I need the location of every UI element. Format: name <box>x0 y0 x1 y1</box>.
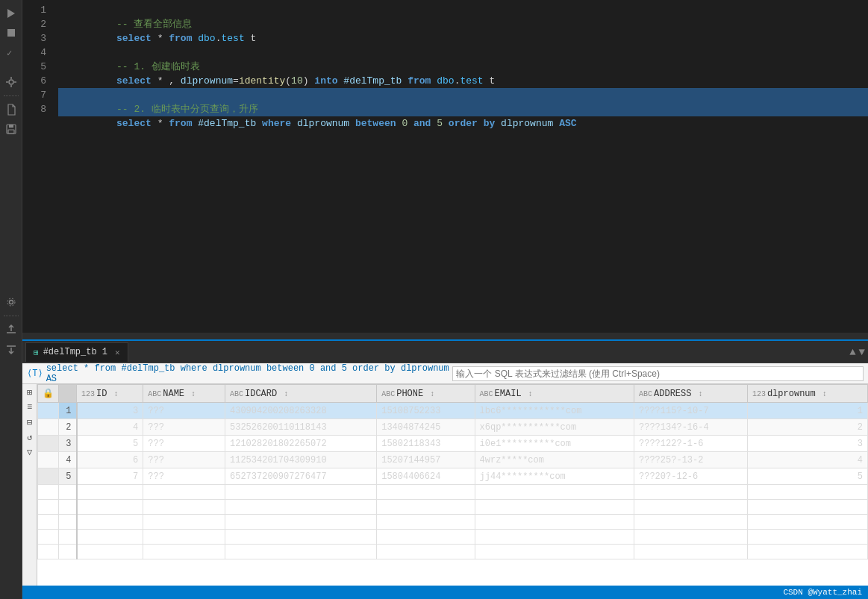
status-text: CSDN @Wyatt_zhai <box>783 588 862 597</box>
svg-point-11 <box>9 301 13 304</box>
col-header-name[interactable]: ABCNAME ↕ <box>143 385 225 403</box>
run-icon[interactable] <box>4 6 19 21</box>
tab-arrows: ▲ ▼ <box>849 346 865 358</box>
svg-rect-10 <box>8 130 14 134</box>
lock-cell <box>38 452 59 468</box>
col-header-id[interactable]: 123ID ↕ <box>77 385 143 403</box>
grid-side-icons: ⊞ ≡ ⊟ ↺ ▽ <box>22 384 37 586</box>
col-header-address[interactable]: ABCADDRESS ↕ <box>634 385 748 403</box>
table-empty-row <box>38 500 868 515</box>
settings-icon[interactable] <box>4 75 19 90</box>
cell-id: 5 <box>77 436 143 452</box>
col-header-idcard[interactable]: ABCIDCARD ↕ <box>225 385 377 403</box>
lock-cell <box>38 468 59 485</box>
col-header-rownumber <box>59 385 77 403</box>
sidebar: ✓ <box>0 0 22 599</box>
row-number: 5 <box>59 468 77 485</box>
cell-idcard: 652737200907276477 <box>225 468 377 485</box>
table-empty-row <box>38 545 868 559</box>
query-icon: ⟨T⟩ <box>27 368 43 379</box>
cell-dlprownum: 1 <box>747 403 867 419</box>
cell-id: 3 <box>77 403 143 419</box>
cell-email: x6qp***********com <box>475 419 634 436</box>
import-icon[interactable] <box>4 342 19 357</box>
svg-point-12 <box>7 298 15 306</box>
cell-idcard: 121028201802265072 <box>225 436 377 452</box>
col-header-email[interactable]: ABCEMAIL ↕ <box>475 385 634 403</box>
cell-email: 4wrz*****com <box>475 452 634 468</box>
table-container[interactable]: 🔒 123ID ↕ ABCNAME ↕ ABCIDCARD <box>37 384 868 586</box>
table-icon: ⊞ <box>34 348 39 357</box>
export-icon[interactable] <box>4 322 19 337</box>
svg-marker-0 <box>7 9 15 18</box>
col-header-dlprownum[interactable]: 123dlprownum ↕ <box>747 385 867 403</box>
main-area: 1 2 3 4 5 6 7 8 -- 查看全部信息 select * from … <box>22 0 868 599</box>
editor-area: 1 2 3 4 5 6 7 8 -- 查看全部信息 select * from … <box>22 0 868 339</box>
refresh-icon[interactable]: ↺ <box>23 430 37 444</box>
code-line-4: -- 1. 创建临时表 <box>58 46 868 60</box>
cell-id: 6 <box>77 452 143 468</box>
cell-address: ????25?-13-2 <box>634 452 748 468</box>
svg-rect-9 <box>9 125 13 128</box>
cell-name: ??? <box>143 468 225 485</box>
lock-cell <box>38 419 59 436</box>
cell-phone: 15108752233 <box>377 403 475 419</box>
cell-idcard: 430904200208263328 <box>225 403 377 419</box>
table-header-row: 🔒 123ID ↕ ABCNAME ↕ ABCIDCARD <box>38 385 868 403</box>
editor-hscrollbar[interactable] <box>22 332 868 339</box>
cell-name: ??? <box>143 436 225 452</box>
parse-icon[interactable]: ✓ <box>4 45 19 60</box>
table-row[interactable]: 2 4 ??? 532526200110118143 13404874245 x… <box>38 419 868 436</box>
results-panel: ⊞ #delTmp_tb 1 ✕ ▲ ▼ ⟨T⟩ select * from #… <box>22 339 868 586</box>
close-tab-button[interactable]: ✕ <box>115 348 120 357</box>
row-number: 4 <box>59 452 77 468</box>
filter-input[interactable] <box>452 366 864 381</box>
cell-phone: 13404874245 <box>377 419 475 436</box>
cell-email: i0e1**********com <box>475 436 634 452</box>
cell-idcard: 112534201704309910 <box>225 452 377 468</box>
row-number: 2 <box>59 419 77 436</box>
status-bar: CSDN @Wyatt_zhai <box>22 586 868 599</box>
cell-idcard: 532526200110118143 <box>225 419 377 436</box>
cell-email: lbc6************com <box>475 403 634 419</box>
gear-icon[interactable] <box>4 295 19 310</box>
cell-dlprownum: 5 <box>747 468 867 485</box>
results-tab[interactable]: ⊞ #delTmp_tb 1 ✕ <box>25 342 128 362</box>
cell-dlprownum: 4 <box>747 452 867 468</box>
table-row[interactable]: 4 6 ??? 112534201704309910 15207144957 4… <box>38 452 868 468</box>
table-row[interactable]: 5 7 ??? 652737200907276477 15804406624 j… <box>38 468 868 485</box>
cell-phone: 15804406624 <box>377 468 475 485</box>
row-number: 3 <box>59 436 77 452</box>
code-line-7: -- 2. 临时表中分页查询，升序 <box>58 88 868 102</box>
cell-address: ????134?-16-4 <box>634 419 748 436</box>
results-tabbar: ⊞ #delTmp_tb 1 ✕ ▲ ▼ <box>22 341 868 363</box>
cell-email: jj44*********com <box>475 468 634 485</box>
svg-rect-1 <box>7 29 15 37</box>
data-table: 🔒 123ID ↕ ABCNAME ↕ ABCIDCARD <box>37 384 868 559</box>
tab-label: #delTmp_tb 1 <box>43 347 107 357</box>
cell-dlprownum: 2 <box>747 419 867 436</box>
svg-point-3 <box>9 80 13 84</box>
table-row[interactable]: 3 5 ??? 121028201802265072 15802118343 i… <box>38 436 868 452</box>
grid-icon[interactable]: ⊞ <box>23 386 37 399</box>
lock-header: 🔒 <box>38 385 59 403</box>
tab-arrow-up[interactable]: ▲ <box>849 346 855 358</box>
code-container: 1 2 3 4 5 6 7 8 -- 查看全部信息 select * from … <box>22 0 868 332</box>
grid-icon2[interactable]: ≡ <box>23 401 37 414</box>
cell-name: ??? <box>143 403 225 419</box>
save-icon[interactable] <box>4 122 19 137</box>
cell-address: ???20?-12-6 <box>634 468 748 485</box>
results-body: ⊞ ≡ ⊟ ↺ ▽ 🔒 123ID ↕ <box>22 384 868 586</box>
grid-icon3[interactable]: ⊟ <box>23 415 37 429</box>
stop-icon[interactable] <box>4 25 19 40</box>
code-lines[interactable]: -- 查看全部信息 select * from dbo.test t -- 1.… <box>52 0 868 332</box>
cell-name: ??? <box>143 419 225 436</box>
col-header-phone[interactable]: ABCPHONE ↕ <box>377 385 475 403</box>
lock-cell <box>38 436 59 452</box>
table-row[interactable]: 1 3 ??? 430904200208263328 15108752233 l… <box>38 403 868 419</box>
svg-text:✓: ✓ <box>7 48 12 58</box>
tab-arrow-down[interactable]: ▼ <box>859 346 865 358</box>
file-icon[interactable] <box>4 102 19 117</box>
filter-icon[interactable]: ▽ <box>23 445 37 459</box>
cell-phone: 15802118343 <box>377 436 475 452</box>
